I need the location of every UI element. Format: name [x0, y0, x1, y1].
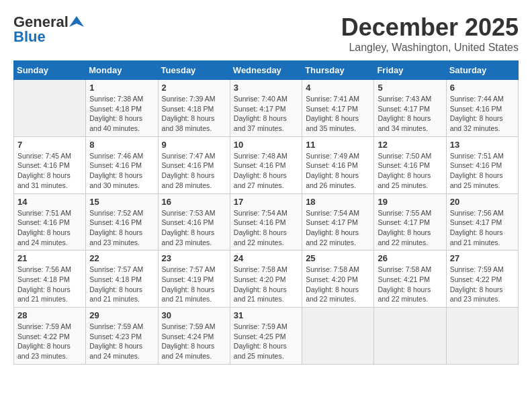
calendar-week-row: 28Sunrise: 7:59 AM Sunset: 4:22 PM Dayli…	[14, 308, 519, 365]
cell-content: Sunrise: 7:59 AM Sunset: 4:22 PM Dayligh…	[450, 265, 515, 304]
calendar-cell	[14, 80, 86, 137]
cell-content: Sunrise: 7:54 AM Sunset: 4:16 PM Dayligh…	[234, 208, 298, 248]
calendar-table: SundayMondayTuesdayWednesdayThursdayFrid…	[13, 60, 519, 365]
day-number: 22	[89, 253, 154, 263]
calendar-cell: 27Sunrise: 7:59 AM Sunset: 4:22 PM Dayli…	[446, 250, 518, 308]
cell-content: Sunrise: 7:57 AM Sunset: 4:18 PM Dayligh…	[89, 265, 154, 304]
calendar-cell: 1Sunrise: 7:38 AM Sunset: 4:18 PM Daylig…	[86, 80, 158, 137]
calendar-cell: 29Sunrise: 7:59 AM Sunset: 4:23 PM Dayli…	[86, 308, 158, 365]
calendar-cell: 2Sunrise: 7:39 AM Sunset: 4:18 PM Daylig…	[158, 80, 230, 137]
calendar-cell: 4Sunrise: 7:41 AM Sunset: 4:17 PM Daylig…	[302, 80, 374, 137]
logo-bird-icon	[69, 15, 84, 30]
calendar-body: 1Sunrise: 7:38 AM Sunset: 4:18 PM Daylig…	[14, 80, 519, 365]
calendar-subtitle: Langley, Washington, United States	[341, 42, 519, 54]
day-number: 14	[17, 197, 82, 207]
calendar-cell: 18Sunrise: 7:54 AM Sunset: 4:17 PM Dayli…	[302, 193, 374, 250]
header-monday: Monday	[86, 61, 158, 80]
calendar-cell: 12Sunrise: 7:50 AM Sunset: 4:16 PM Dayli…	[374, 136, 446, 193]
header-thursday: Thursday	[302, 61, 374, 80]
cell-content: Sunrise: 7:49 AM Sunset: 4:16 PM Dayligh…	[306, 151, 370, 191]
calendar-cell: 11Sunrise: 7:49 AM Sunset: 4:16 PM Dayli…	[302, 136, 374, 193]
cell-content: Sunrise: 7:43 AM Sunset: 4:17 PM Dayligh…	[378, 94, 442, 134]
calendar-cell: 25Sunrise: 7:58 AM Sunset: 4:20 PM Dayli…	[302, 250, 374, 308]
svg-marker-0	[69, 16, 84, 27]
day-number: 20	[450, 197, 515, 207]
calendar-cell: 24Sunrise: 7:58 AM Sunset: 4:20 PM Dayli…	[230, 250, 302, 308]
cell-content: Sunrise: 7:58 AM Sunset: 4:20 PM Dayligh…	[306, 265, 370, 304]
cell-content: Sunrise: 7:59 AM Sunset: 4:25 PM Dayligh…	[234, 322, 298, 361]
cell-content: Sunrise: 7:39 AM Sunset: 4:18 PM Dayligh…	[162, 94, 226, 134]
day-number: 21	[17, 253, 82, 263]
cell-content: Sunrise: 7:45 AM Sunset: 4:16 PM Dayligh…	[17, 151, 82, 191]
calendar-cell: 3Sunrise: 7:40 AM Sunset: 4:17 PM Daylig…	[230, 80, 302, 137]
day-number: 6	[450, 83, 515, 93]
day-number: 29	[89, 310, 154, 320]
day-number: 3	[234, 83, 298, 93]
day-number: 25	[306, 253, 370, 263]
calendar-week-row: 7Sunrise: 7:45 AM Sunset: 4:16 PM Daylig…	[14, 136, 519, 193]
day-number: 13	[450, 140, 515, 150]
cell-content: Sunrise: 7:50 AM Sunset: 4:16 PM Dayligh…	[378, 151, 442, 191]
cell-content: Sunrise: 7:54 AM Sunset: 4:17 PM Dayligh…	[306, 208, 370, 248]
cell-content: Sunrise: 7:51 AM Sunset: 4:16 PM Dayligh…	[450, 151, 515, 191]
calendar-cell: 16Sunrise: 7:53 AM Sunset: 4:16 PM Dayli…	[158, 193, 230, 250]
calendar-cell: 9Sunrise: 7:47 AM Sunset: 4:16 PM Daylig…	[158, 136, 230, 193]
header-sunday: Sunday	[14, 61, 86, 80]
day-number: 30	[162, 310, 226, 320]
calendar-cell: 7Sunrise: 7:45 AM Sunset: 4:16 PM Daylig…	[14, 136, 86, 193]
calendar-cell	[446, 308, 518, 365]
page-header: General Blue December 2025 Langley, Wash…	[13, 13, 519, 54]
header-friday: Friday	[374, 61, 446, 80]
calendar-cell: 26Sunrise: 7:58 AM Sunset: 4:21 PM Dayli…	[374, 250, 446, 308]
calendar-title: December 2025	[341, 13, 519, 42]
logo: General Blue	[13, 13, 84, 46]
calendar-cell: 23Sunrise: 7:57 AM Sunset: 4:19 PM Dayli…	[158, 250, 230, 308]
cell-content: Sunrise: 7:59 AM Sunset: 4:22 PM Dayligh…	[17, 322, 82, 361]
calendar-cell: 22Sunrise: 7:57 AM Sunset: 4:18 PM Dayli…	[86, 250, 158, 308]
cell-content: Sunrise: 7:56 AM Sunset: 4:18 PM Dayligh…	[17, 265, 82, 304]
calendar-cell	[374, 308, 446, 365]
header-saturday: Saturday	[446, 61, 518, 80]
day-number: 9	[162, 140, 226, 150]
day-number: 5	[378, 83, 442, 93]
cell-content: Sunrise: 7:38 AM Sunset: 4:18 PM Dayligh…	[89, 94, 154, 134]
calendar-cell: 17Sunrise: 7:54 AM Sunset: 4:16 PM Dayli…	[230, 193, 302, 250]
day-number: 17	[234, 197, 298, 207]
cell-content: Sunrise: 7:59 AM Sunset: 4:23 PM Dayligh…	[89, 322, 154, 361]
day-number: 28	[17, 310, 82, 320]
calendar-cell	[302, 308, 374, 365]
header-wednesday: Wednesday	[230, 61, 302, 80]
logo-blue: Blue	[13, 28, 46, 46]
day-number: 27	[450, 253, 515, 263]
calendar-cell: 21Sunrise: 7:56 AM Sunset: 4:18 PM Dayli…	[14, 250, 86, 308]
day-number: 12	[378, 140, 442, 150]
cell-content: Sunrise: 7:52 AM Sunset: 4:16 PM Dayligh…	[89, 208, 154, 248]
day-number: 23	[162, 253, 226, 263]
calendar-week-row: 14Sunrise: 7:51 AM Sunset: 4:16 PM Dayli…	[14, 193, 519, 250]
day-number: 2	[162, 83, 226, 93]
cell-content: Sunrise: 7:55 AM Sunset: 4:17 PM Dayligh…	[378, 208, 442, 248]
calendar-cell: 30Sunrise: 7:59 AM Sunset: 4:24 PM Dayli…	[158, 308, 230, 365]
day-number: 7	[17, 140, 82, 150]
calendar-cell: 28Sunrise: 7:59 AM Sunset: 4:22 PM Dayli…	[14, 308, 86, 365]
calendar-week-row: 21Sunrise: 7:56 AM Sunset: 4:18 PM Dayli…	[14, 250, 519, 308]
day-number: 31	[234, 310, 298, 320]
cell-content: Sunrise: 7:59 AM Sunset: 4:24 PM Dayligh…	[162, 322, 226, 361]
calendar-header-row: SundayMondayTuesdayWednesdayThursdayFrid…	[14, 61, 519, 80]
header-tuesday: Tuesday	[158, 61, 230, 80]
calendar-cell: 14Sunrise: 7:51 AM Sunset: 4:16 PM Dayli…	[14, 193, 86, 250]
day-number: 11	[306, 140, 370, 150]
calendar-cell: 31Sunrise: 7:59 AM Sunset: 4:25 PM Dayli…	[230, 308, 302, 365]
calendar-cell: 13Sunrise: 7:51 AM Sunset: 4:16 PM Dayli…	[446, 136, 518, 193]
calendar-cell: 15Sunrise: 7:52 AM Sunset: 4:16 PM Dayli…	[86, 193, 158, 250]
calendar-cell: 8Sunrise: 7:46 AM Sunset: 4:16 PM Daylig…	[86, 136, 158, 193]
cell-content: Sunrise: 7:57 AM Sunset: 4:19 PM Dayligh…	[162, 265, 226, 304]
cell-content: Sunrise: 7:47 AM Sunset: 4:16 PM Dayligh…	[162, 151, 226, 191]
cell-content: Sunrise: 7:56 AM Sunset: 4:17 PM Dayligh…	[450, 208, 515, 248]
cell-content: Sunrise: 7:51 AM Sunset: 4:16 PM Dayligh…	[17, 208, 82, 248]
calendar-cell: 20Sunrise: 7:56 AM Sunset: 4:17 PM Dayli…	[446, 193, 518, 250]
calendar-cell: 6Sunrise: 7:44 AM Sunset: 4:16 PM Daylig…	[446, 80, 518, 137]
calendar-week-row: 1Sunrise: 7:38 AM Sunset: 4:18 PM Daylig…	[14, 80, 519, 137]
day-number: 19	[378, 197, 442, 207]
calendar-cell: 19Sunrise: 7:55 AM Sunset: 4:17 PM Dayli…	[374, 193, 446, 250]
